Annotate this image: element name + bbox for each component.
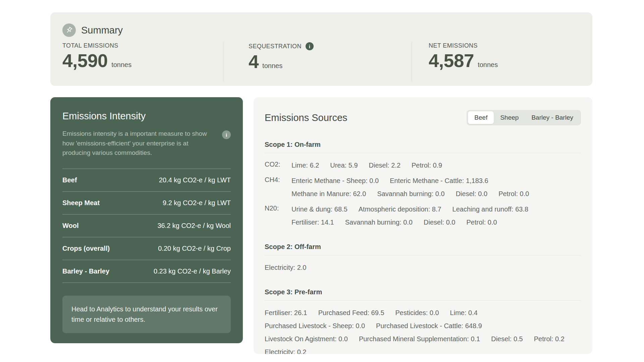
metric-value: 4,590: [62, 51, 108, 71]
scope-heading: Scope 2: Off-farm: [265, 243, 581, 251]
intensity-description: Emissions intensity is a important measu…: [62, 129, 213, 158]
emission-item: Petrol: 0.2: [534, 334, 565, 344]
intensity-title: Emissions Intensity: [62, 111, 231, 122]
metric-label: NET EMISSIONS: [429, 42, 478, 49]
scope-divider: [265, 300, 581, 301]
scopes: Scope 1: On-farmCO2:Lime: 6.2Urea: 5.9Di…: [265, 141, 581, 354]
emission-line: Electricity: 2.0: [265, 263, 581, 272]
emissions-intensity-card: Emissions Intensity Emissions intensity …: [50, 97, 243, 343]
emission-line: Purchased Livestock - Sheep: 0.0Purchase…: [265, 321, 581, 330]
scope-section: Scope 2: Off-farmElectricity: 2.0: [265, 243, 581, 272]
summary-card: Summary TOTAL EMISSIONS 4,590 tonnes SEQ…: [50, 12, 592, 86]
metric-value: 4: [249, 52, 259, 72]
emission-row: CO2:Lime: 6.2Urea: 5.9Diesel: 2.2Petrol:…: [265, 161, 581, 170]
emission-item: Diesel: 2.2: [369, 161, 401, 170]
emission-item: Urine & dung: 68.5: [291, 204, 347, 214]
intensity-row-label: Crops (overall): [62, 245, 110, 252]
emission-item: Petrol: 0.0: [467, 218, 497, 227]
tab-sheep[interactable]: Sheep: [494, 111, 525, 124]
emission-item: Lime: 0.4: [450, 308, 478, 317]
emission-item: Enteric Methane - Sheep: 0.0: [291, 176, 379, 185]
metric-unit: tonnes: [111, 61, 131, 69]
gas-label: N20:: [265, 204, 291, 227]
emission-row: Fertiliser: 26.1Purchased Feed: 69.5Pest…: [265, 308, 581, 354]
emission-row: Electricity: 2.0: [265, 263, 581, 272]
intensity-row-label: Beef: [62, 176, 77, 184]
info-icon[interactable]: i: [306, 42, 314, 50]
emission-line: Electricity: 0.2: [265, 347, 581, 354]
emission-item: Purchased Livestock - Sheep: 0.0: [265, 321, 365, 330]
intensity-row-value: 0.20 kg CO2-e / kg Crop: [158, 245, 231, 252]
emission-item: Diesel: 0.0: [424, 218, 455, 227]
emission-lines: Electricity: 2.0: [265, 263, 581, 272]
emission-item: Lime: 6.2: [291, 161, 319, 170]
emission-lines: Lime: 6.2Urea: 5.9Diesel: 2.2Petrol: 0.9: [291, 161, 581, 170]
scope-heading: Scope 1: On-farm: [265, 141, 581, 148]
emission-item: Urea: 5.9: [330, 161, 358, 170]
tab-barley-barley[interactable]: Barley - Barley: [525, 111, 580, 124]
scope-divider: [265, 255, 581, 255]
metric-value: 4,587: [429, 51, 474, 71]
emission-item: Diesel: 0.0: [456, 189, 488, 198]
metric-net-emissions: NET EMISSIONS 4,587 tonnes: [412, 42, 592, 81]
metric-unit: tonnes: [478, 61, 498, 69]
emission-line: Livestock On Agistment: 0.0Purchased Min…: [265, 334, 581, 344]
page: Summary TOTAL EMISSIONS 4,590 tonnes SEQ…: [0, 0, 644, 362]
gas-label: CO2:: [265, 161, 291, 170]
emission-item: Purchased Mineral Supplementation: 0.1: [359, 334, 480, 344]
intensity-row-value: 9.2 kg CO2-e / kg LWT: [163, 199, 231, 207]
emission-item: Pesticides: 0.0: [395, 308, 439, 317]
emission-row: N20:Urine & dung: 68.5Atmospheric deposi…: [265, 204, 581, 227]
emission-line: Urine & dung: 68.5Atmospheric deposition…: [291, 204, 581, 214]
intensity-description-wrap: Emissions intensity is a important measu…: [62, 129, 231, 158]
info-icon[interactable]: i: [222, 130, 231, 139]
intensity-row: Barley - Barley0.23 kg CO2-e / kg Barley: [62, 260, 231, 283]
emission-item: Leaching and runoff: 63.8: [452, 204, 528, 214]
sources-title: Emissions Sources: [265, 112, 347, 123]
emission-item: Electricity: 0.2: [265, 347, 306, 354]
metric-sequestration: SEQUESTRATION i 4 tonnes: [223, 42, 412, 81]
emission-item: Savannah burning: 0.0: [377, 189, 444, 198]
summary-header: Summary: [50, 23, 592, 37]
metric-label-row: TOTAL EMISSIONS: [62, 42, 223, 49]
emission-item: Savannah burning: 0.0: [345, 218, 413, 227]
scope-section: Scope 3: Pre-farmFertiliser: 26.1Purchas…: [265, 288, 581, 354]
intensity-row: Beef20.4 kg CO2-e / kg LWT: [62, 169, 231, 192]
emission-item: Petrol: 0.0: [498, 189, 529, 198]
scope-divider: [265, 153, 581, 153]
emission-item: Fertiliser: 26.1: [265, 308, 307, 317]
emission-item: Livestock On Agistment: 0.0: [265, 334, 348, 344]
emission-row: CH4:Enteric Methane - Sheep: 0.0Enteric …: [265, 176, 581, 198]
intensity-row-value: 0.23 kg CO2-e / kg Barley: [154, 267, 231, 275]
emission-item: Diesel: 0.5: [491, 334, 523, 344]
emission-item: Purchased Feed: 69.5: [318, 308, 384, 317]
intensity-row-label: Sheep Meat: [62, 199, 100, 207]
sources-header: Emissions Sources BeefSheepBarley - Barl…: [265, 110, 581, 125]
scope-heading: Scope 3: Pre-farm: [265, 288, 581, 296]
gas-label: CH4:: [265, 176, 291, 198]
emission-line: Fertiliser: 26.1Purchased Feed: 69.5Pest…: [265, 308, 581, 317]
emission-item: Enteric Methane - Cattle: 1,183.6: [390, 176, 488, 185]
intensity-row: Wool36.2 kg CO2-e / kg Wool: [62, 215, 231, 237]
summary-metrics: TOTAL EMISSIONS 4,590 tonnes SEQUESTRATI…: [50, 42, 592, 81]
metric-value-row: 4,587 tonnes: [429, 51, 592, 71]
intensity-row-value: 36.2 kg CO2-e / kg Wool: [157, 222, 231, 230]
emission-item: Petrol: 0.9: [412, 161, 442, 170]
tab-beef[interactable]: Beef: [468, 111, 494, 124]
metric-label-row: NET EMISSIONS: [429, 42, 592, 49]
emission-lines: Enteric Methane - Sheep: 0.0Enteric Meth…: [291, 176, 581, 198]
metric-unit: tonnes: [262, 62, 282, 70]
emission-item: Fertiliser: 14.1: [291, 218, 334, 227]
emission-item: Methane in Manure: 62.0: [291, 189, 366, 198]
metric-label: TOTAL EMISSIONS: [62, 42, 118, 49]
emission-line: Methane in Manure: 62.0Savannah burning:…: [291, 189, 581, 198]
intensity-row-value: 20.4 kg CO2-e / kg LWT: [159, 176, 231, 184]
metric-total-emissions: TOTAL EMISSIONS 4,590 tonnes: [50, 42, 223, 81]
metric-label-row: SEQUESTRATION i: [249, 42, 412, 50]
intensity-row-label: Barley - Barley: [62, 267, 109, 275]
emission-line: Lime: 6.2Urea: 5.9Diesel: 2.2Petrol: 0.9: [291, 161, 581, 170]
analytics-note: Head to Analytics to understand your res…: [62, 296, 231, 333]
emissions-sources-card: Emissions Sources BeefSheepBarley - Barl…: [254, 97, 592, 354]
metric-value-row: 4 tonnes: [249, 52, 412, 72]
emission-item: Electricity: 2.0: [265, 263, 306, 272]
